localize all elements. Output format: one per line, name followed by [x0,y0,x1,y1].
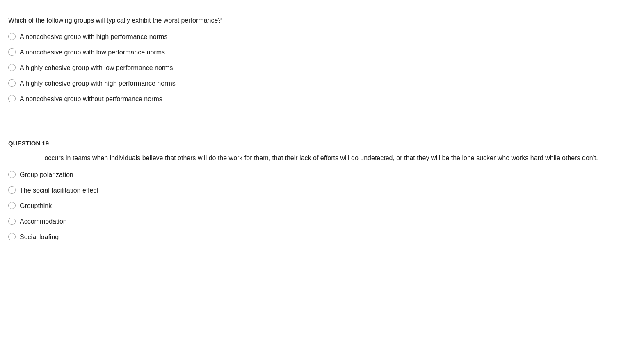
option-label: A highly cohesive group with high perfor… [20,79,176,88]
option-label: Social loafing [20,232,59,242]
radio-option-1[interactable] [8,33,16,40]
list-item[interactable]: A highly cohesive group with high perfor… [8,79,636,88]
question-18-section: Which of the following groups will typic… [8,8,636,120]
blank-line [8,153,41,163]
question-19-label: QUESTION 19 [8,140,636,147]
option-label: A noncohesive group with low performance… [20,48,165,57]
list-item[interactable]: Groupthink [8,201,636,211]
list-item[interactable]: A noncohesive group with high performanc… [8,32,636,42]
radio-option-5[interactable] [8,95,16,102]
question-18-options: A noncohesive group with high performanc… [8,32,636,104]
radio-option-4[interactable] [8,218,16,225]
list-item[interactable]: A highly cohesive group with low perform… [8,63,636,73]
list-item[interactable]: Group polarization [8,170,636,180]
question-19-section: QUESTION 19 occurs in teams when individ… [8,132,636,258]
radio-option-4[interactable] [8,79,16,87]
list-item[interactable]: A noncohesive group without performance … [8,94,636,104]
radio-option-2[interactable] [8,48,16,56]
option-label: A noncohesive group without performance … [20,94,162,104]
radio-option-3[interactable] [8,202,16,209]
radio-option-1[interactable] [8,171,16,178]
radio-option-2[interactable] [8,186,16,194]
option-label: A noncohesive group with high performanc… [20,32,167,42]
radio-option-5[interactable] [8,233,16,240]
radio-option-3[interactable] [8,64,16,71]
question-19-options: Group polarization The social facilitati… [8,170,636,242]
option-label: The social facilitation effect [20,186,98,195]
option-label: Group polarization [20,170,73,180]
option-label: Accommodation [20,217,67,227]
section-divider [8,124,636,124]
list-item[interactable]: The social facilitation effect [8,186,636,195]
list-item[interactable]: Social loafing [8,232,636,242]
option-label: A highly cohesive group with low perform… [20,63,173,73]
question-18-text: Which of the following groups will typic… [8,16,636,25]
list-item[interactable]: A noncohesive group with low performance… [8,48,636,57]
question-19-text: occurs in teams when individuals believe… [8,153,636,163]
option-label: Groupthink [20,201,52,211]
list-item[interactable]: Accommodation [8,217,636,227]
